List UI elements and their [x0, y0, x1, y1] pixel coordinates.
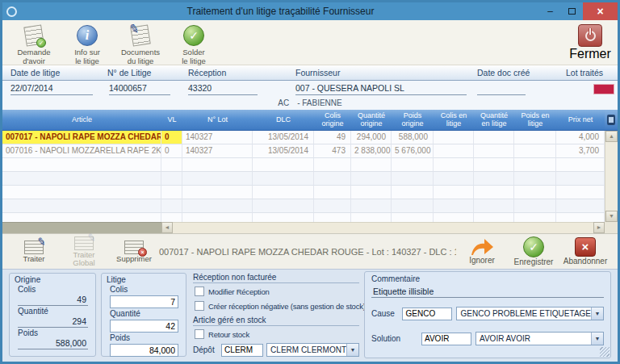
solder-litige-button[interactable]: ✓ Solder le litige [167, 23, 220, 65]
scroll-up-icon[interactable]: ▲ [605, 131, 618, 142]
grid-row-selected[interactable]: 007017 - NAPOLI RAPE MOZZA CHEDAR I 0 14… [2, 131, 605, 144]
cause-code-input[interactable] [402, 308, 452, 320]
window-title: Traitement d'un litige traçabilité Fourn… [22, 6, 539, 17]
cell-qte-litige [474, 144, 514, 158]
origine-colis-value: 49 [18, 294, 88, 306]
reception-label: Réception [188, 68, 226, 77]
col-poids-origine[interactable]: Poids origine [392, 112, 434, 128]
creer-reception-negative-checkbox[interactable] [195, 301, 204, 311]
info-icon: i [77, 25, 98, 46]
reception-field[interactable]: 43320 [188, 82, 258, 95]
cell-prix-net: 4,000 [556, 131, 605, 144]
modifier-reception-label: Modifier Réception [208, 287, 270, 296]
abandonner-button[interactable]: × Abandonner [559, 237, 611, 266]
ignorer-button[interactable]: Ignorer [456, 238, 508, 265]
form-values-row: 22/07/2014 14000657 43320 007 - QUESERA … [2, 81, 618, 98]
grid-settings-button[interactable] [605, 110, 618, 130]
resize-grip[interactable] [600, 347, 610, 357]
solder-litige-label2: le litige [182, 57, 206, 66]
scroll-down-icon[interactable]: ▼ [605, 211, 618, 222]
num-litige-label: N° de Litige [107, 68, 151, 77]
date-litige-field[interactable]: 22/07/2014 [10, 82, 93, 95]
commentaire-input[interactable] [371, 286, 604, 298]
save-check-icon: ✓ [523, 236, 544, 257]
col-vl[interactable]: VL [161, 116, 182, 124]
retour-stock-label: Retour stock [208, 330, 249, 339]
solution-code-input[interactable] [421, 333, 471, 345]
cell-colis-litige [434, 131, 474, 144]
depot-combobox-value: CLERM CLERMONT [267, 345, 346, 354]
info-litige-label2: le litige [75, 57, 99, 66]
scroll-right-icon[interactable]: ► [593, 222, 605, 233]
creer-reception-negative-label: Créer réception négative (sans gestion d… [208, 302, 366, 311]
demande-avoir-label2: d'avoir [23, 57, 45, 66]
selected-article-summary: 007017 - NAPOLI RAPE MOZZA CHEDAR ROUGE … [159, 247, 456, 257]
grid-row[interactable]: 007016 - NAPOLI MOZZARELLA RAPE 2KG 0 14… [2, 144, 605, 158]
date-doc-cree-field[interactable] [477, 82, 526, 95]
documents-litige-button[interactable]: ✎ Documents du litige [114, 23, 167, 65]
litige-colis-label: Colis [110, 285, 178, 294]
col-prix-net[interactable]: Prix net [556, 116, 605, 124]
fermer-button[interactable]: Fermer [568, 23, 613, 61]
solution-combobox-value: AVOIR AVOIR [476, 334, 591, 343]
supprimer-button[interactable]: × Supprimer [109, 241, 159, 263]
enregistrer-button[interactable]: ✓ Enregistrer [508, 236, 559, 266]
vertical-scrollbar[interactable]: ▲ ▼ [605, 131, 618, 222]
origine-poids-label: Poids [18, 328, 88, 337]
grid-empty-row [2, 213, 605, 222]
info-litige-button[interactable]: i Info sur le litige [61, 23, 114, 65]
acheteur-nom: - FABIENNE [297, 98, 342, 110]
col-colis-origine[interactable]: Colis origine [314, 112, 351, 128]
depot-code-input[interactable] [221, 344, 263, 357]
abandonner-label: Abandonner [563, 257, 608, 266]
info-litige-label: Info sur [74, 48, 100, 57]
cell-qte-litige [474, 131, 514, 144]
litige-grid: Article VL N° Lot DLC Colis origine Quan… [2, 110, 618, 233]
modifier-reception-checkbox[interactable] [195, 287, 204, 296]
grid-empty-row [2, 172, 605, 186]
col-poids-litige[interactable]: Poids en litige [514, 112, 556, 128]
close-button[interactable]: × [583, 2, 618, 20]
col-article[interactable]: Article [2, 116, 161, 124]
cell-vl: 0 [161, 131, 182, 144]
hscroll-track[interactable] [173, 222, 593, 233]
num-litige-field[interactable]: 14000657 [109, 82, 170, 95]
card-pen-icon: ✎ [24, 241, 44, 254]
litige-colis-input[interactable] [110, 295, 178, 308]
grid-body: 007017 - NAPOLI RAPE MOZZA CHEDAR I 0 14… [2, 131, 605, 222]
maximize-button[interactable] [561, 2, 583, 20]
traiter-button[interactable]: ✎ Traiter [9, 241, 59, 263]
grid-empty-row [2, 199, 605, 213]
traiter-global-button[interactable]: ✎ Traiter Global [59, 236, 109, 267]
solution-combobox[interactable]: AVOIR AVOIR ▼ [475, 332, 604, 345]
enregistrer-label: Enregistrer [514, 257, 554, 266]
litige-quantite-input[interactable] [110, 320, 178, 333]
litige-poids-input[interactable] [110, 344, 178, 357]
cell-vl: 0 [161, 144, 182, 158]
fournisseur-field[interactable]: 007 - QUESERA NAPOLI SL [295, 82, 467, 95]
cause-combobox[interactable]: GENCO PROBLEME ETIQUETAGE ▼ [456, 307, 604, 320]
litige-groupbox: Litige Colis Quantité Poids [101, 273, 186, 357]
action-bar: ✎ Traiter ✎ Traiter Global × Supprimer 0… [2, 233, 618, 269]
litige-window: Traitement d'un litige traçabilité Fourn… [0, 0, 620, 364]
depot-label: Dépôt [193, 345, 221, 354]
cell-dlc: 13/05/2014 [253, 131, 314, 144]
top-toolbar: ✓ Demande d'avoir i Info sur le litige ✎… [2, 20, 618, 65]
check-badge-icon: ✓ [36, 38, 46, 48]
origine-groupbox: Origine Colis 49 Quantité 294 Poids 588,… [9, 273, 96, 357]
supprimer-label: Supprimer [116, 255, 152, 263]
col-dlc[interactable]: DLC [253, 116, 314, 124]
fermer-label: Fermer [569, 47, 611, 61]
cell-poids-litige [514, 131, 556, 144]
scroll-left-icon[interactable]: ◄ [161, 222, 173, 233]
col-colis-litige[interactable]: Colis en litige [434, 112, 474, 128]
depot-combobox[interactable]: CLERM CLERMONT ▼ [266, 343, 359, 357]
retour-stock-checkbox[interactable] [195, 329, 204, 339]
col-qte-litige[interactable]: Quantité en litige [474, 112, 514, 128]
demande-avoir-button[interactable]: ✓ Demande d'avoir [7, 23, 61, 65]
chevron-down-icon: ▼ [591, 308, 603, 320]
col-qte-origine[interactable]: Quantité origine [351, 112, 392, 128]
detail-panels: Origine Colis 49 Quantité 294 Poids 588,… [2, 269, 618, 362]
col-lot[interactable]: N° Lot [182, 116, 253, 124]
minimize-button[interactable]: – [539, 2, 561, 20]
